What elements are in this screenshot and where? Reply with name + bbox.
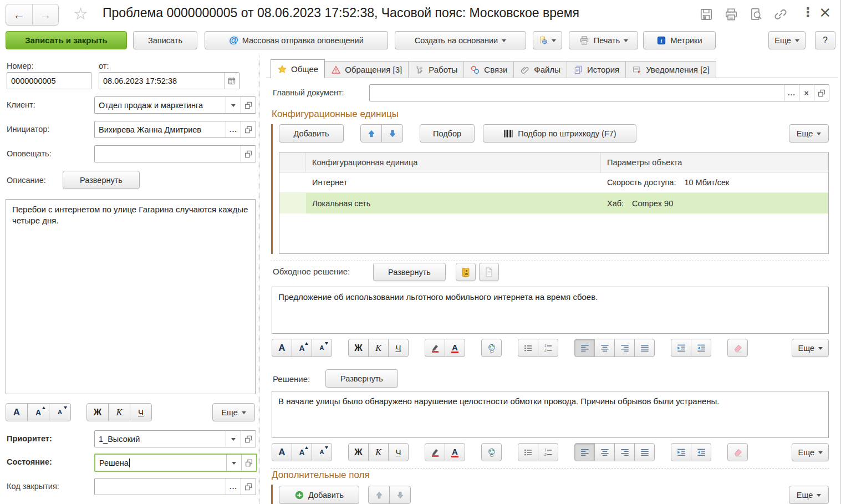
description-more-button[interactable]: Еще: [212, 403, 255, 421]
save-icon[interactable]: [699, 7, 713, 22]
more-button[interactable]: Еще: [768, 31, 806, 49]
main-document-input[interactable]: [370, 85, 784, 101]
tab-general[interactable]: Общее: [271, 59, 325, 78]
print-preview-icon[interactable]: [749, 7, 763, 22]
save-close-button[interactable]: Записать и закрыть: [6, 31, 127, 49]
align-right-button[interactable]: [614, 339, 635, 357]
state-input[interactable]: Решена: [95, 455, 226, 471]
clear-format-button[interactable]: [727, 443, 748, 461]
config-pick-button[interactable]: Подбор: [420, 124, 475, 142]
clear-format-button[interactable]: [727, 339, 748, 357]
font-color-button[interactable]: А: [445, 443, 465, 461]
close-code-open-icon[interactable]: [241, 478, 256, 495]
tab-requests[interactable]: Обращения [3]: [325, 61, 409, 78]
workaround-textarea[interactable]: Предложение об использовании льготного м…: [272, 287, 829, 334]
save-button[interactable]: Записать: [133, 31, 197, 49]
bold-button[interactable]: Ж: [348, 339, 369, 357]
font-decrease-button[interactable]: А: [49, 403, 71, 421]
bulleted-list-button[interactable]: [518, 443, 538, 461]
main-document-open-icon[interactable]: [814, 85, 829, 101]
font-decrease-button[interactable]: А: [312, 443, 332, 461]
insert-template-button[interactable]: [456, 263, 476, 281]
indent-increase-button[interactable]: [671, 339, 691, 357]
table-row-selected[interactable]: Локальная сеть Хаб: Compex 90: [279, 193, 828, 213]
calendar-icon[interactable]: [224, 73, 239, 89]
align-left-button[interactable]: [574, 339, 595, 357]
insert-link-button[interactable]: [481, 443, 502, 461]
menu-kebab-icon[interactable]: ⋮: [802, 5, 814, 19]
font-button[interactable]: А: [272, 443, 292, 461]
move-down-button-disabled[interactable]: [389, 486, 411, 504]
move-up-button[interactable]: [360, 124, 382, 142]
priority-input[interactable]: [95, 431, 226, 447]
help-button[interactable]: ?: [815, 31, 835, 49]
config-add-button[interactable]: Добавить: [279, 124, 344, 142]
notify-open-icon[interactable]: [241, 146, 256, 162]
underline-button[interactable]: Ч: [130, 403, 152, 421]
indent-increase-button[interactable]: [671, 443, 691, 461]
print-menu-button[interactable]: Печать: [569, 31, 638, 49]
highlight-color-button[interactable]: [425, 443, 445, 461]
font-button[interactable]: А: [272, 339, 292, 357]
insert-link-button[interactable]: [481, 339, 502, 357]
tab-history[interactable]: История: [567, 61, 626, 78]
save-as-template-button[interactable]: [479, 263, 499, 281]
metrics-button[interactable]: i Метрики: [643, 31, 716, 49]
font-increase-button[interactable]: А: [27, 403, 49, 421]
underline-button[interactable]: Ч: [388, 339, 409, 357]
move-down-button[interactable]: [381, 124, 403, 142]
move-up-button-disabled[interactable]: [368, 486, 390, 504]
font-increase-button[interactable]: А: [292, 443, 312, 461]
client-open-icon[interactable]: [241, 97, 256, 113]
state-dropdown[interactable]: [226, 455, 241, 471]
workaround-expand-button[interactable]: Развернуть: [373, 263, 446, 281]
description-textarea[interactable]: Перебои с интернетом по улице Гагарина с…: [6, 199, 256, 394]
mass-notify-button[interactable]: @ Массовая отправка оповещений: [205, 31, 388, 49]
bold-button[interactable]: Ж: [348, 443, 369, 461]
numbered-list-button[interactable]: 12: [538, 443, 558, 461]
tab-works[interactable]: Работы: [409, 61, 464, 78]
config-more-button[interactable]: Еще: [789, 124, 829, 142]
close-icon[interactable]: ×: [819, 3, 832, 21]
additional-more-button[interactable]: Еще: [789, 486, 829, 504]
indent-decrease-button[interactable]: [691, 339, 711, 357]
main-document-clear-icon[interactable]: ×: [799, 85, 814, 101]
additional-add-button[interactable]: Добавить: [279, 486, 359, 504]
create-based-on-button[interactable]: Создать на основании: [395, 31, 526, 49]
back-icon[interactable]: ←: [6, 4, 32, 25]
editor-more-button[interactable]: Еще: [792, 339, 829, 357]
config-pick-barcode-button[interactable]: Подбор по штрихкоду (F7): [483, 124, 636, 142]
tab-links[interactable]: Связи: [464, 61, 514, 78]
bold-button[interactable]: Ж: [86, 403, 109, 421]
initiator-input[interactable]: [95, 121, 226, 138]
highlight-color-button[interactable]: [425, 339, 445, 357]
priority-open-icon[interactable]: [241, 431, 256, 447]
date-input[interactable]: [99, 73, 224, 89]
number-input[interactable]: [7, 73, 91, 89]
align-right-button[interactable]: [614, 443, 635, 461]
align-justify-button[interactable]: [634, 443, 655, 461]
favorite-icon[interactable]: ☆: [73, 4, 88, 23]
solution-expand-button[interactable]: Развернуть: [325, 369, 398, 388]
italic-button[interactable]: К: [108, 403, 130, 421]
italic-button[interactable]: К: [368, 443, 389, 461]
panel-splitter[interactable]: [259, 55, 260, 504]
table-row[interactable]: Интернет Скорость доступа: 10 Мбит/сек: [279, 172, 828, 193]
initiator-open-icon[interactable]: [241, 121, 256, 138]
editor-more-button[interactable]: Еще: [792, 443, 829, 461]
numbered-list-button[interactable]: 12: [538, 339, 558, 357]
bulleted-list-button[interactable]: [518, 339, 538, 357]
state-open-icon[interactable]: [241, 455, 256, 471]
font-increase-button[interactable]: А: [292, 339, 312, 357]
forward-icon[interactable]: →: [32, 4, 58, 25]
font-button[interactable]: А: [6, 403, 28, 421]
description-expand-button[interactable]: Развернуть: [63, 171, 140, 189]
align-center-button[interactable]: [594, 339, 615, 357]
indent-decrease-button[interactable]: [691, 443, 711, 461]
align-justify-button[interactable]: [634, 339, 655, 357]
client-dropdown[interactable]: [226, 97, 241, 113]
tab-files[interactable]: Файлы: [514, 61, 567, 78]
align-left-button[interactable]: [574, 443, 595, 461]
tab-notifications[interactable]: Уведомления [2]: [626, 61, 716, 78]
notify-input[interactable]: [95, 146, 241, 162]
